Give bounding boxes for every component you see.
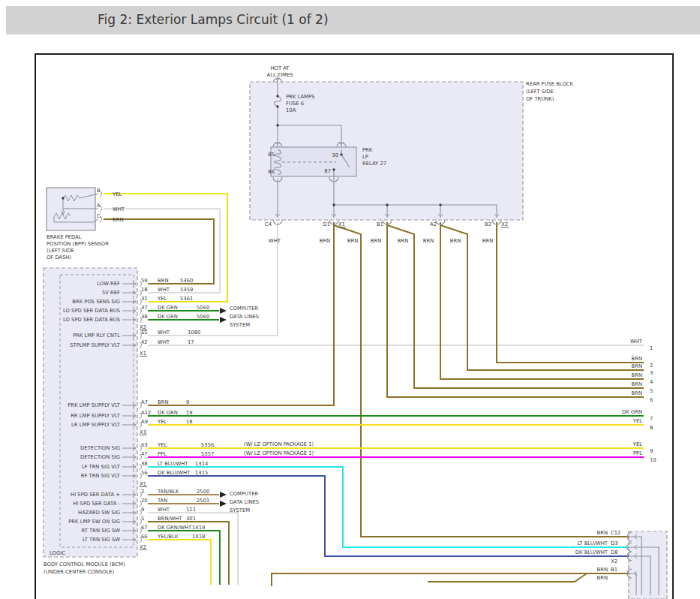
pin-label: LR LMP SUPPLY VLT <box>71 422 121 428</box>
rear-connector-box <box>629 531 667 599</box>
circuit-number: 1314 <box>195 461 208 467</box>
pin-label: LOW REF <box>97 281 120 287</box>
lz-option-note: (W/ LZ OPTION PACKAGE 1) <box>244 441 314 447</box>
wire-color-label: YEL <box>157 442 167 448</box>
wiring-diagram: HOT AT ALL TIMES REAR FUSE BLOCK (LEFT S… <box>0 0 700 599</box>
pin-number: 47 <box>141 451 148 457</box>
wire-color-label: BRN <box>597 530 608 536</box>
pin-number: 63 <box>141 442 148 448</box>
wire-number: 7 <box>650 416 653 422</box>
wire-color-label: WHT <box>630 339 643 345</box>
wire-number: 2 <box>650 363 653 369</box>
wire-number: 5 <box>650 388 653 394</box>
circuit-number: 1419 <box>192 525 205 531</box>
lz-option-note: (W/ LZ OPTION PACKAGE 1) <box>244 450 314 456</box>
circuit-number: 1080 <box>188 330 200 336</box>
pin-number: 31 <box>141 296 148 302</box>
wire-number: 4 <box>650 379 653 385</box>
pin-label: DETECTION SIG <box>80 454 120 460</box>
wire-color-label: DK GRN <box>622 409 642 415</box>
fuse-block-pin-d1: D1 <box>323 221 330 227</box>
pin-number: A12 <box>141 410 151 416</box>
pin-number: 38 <box>141 461 148 467</box>
rear-connector-x2: X2 <box>611 558 617 564</box>
wire-color-label: YEL <box>157 296 167 302</box>
wire-color-label: BRN <box>632 363 642 369</box>
bpp-name-2: POSITION (BPP) SENSOR <box>47 241 109 247</box>
wire-color-label: WHT <box>158 287 170 293</box>
wire-color-label: BRN <box>158 278 168 284</box>
pin-label: HAZARD SW SIG <box>78 510 120 516</box>
wire-color-label: PPL <box>633 450 642 456</box>
wire-color-label: TAN/BLK <box>157 489 179 495</box>
wire-color-label: PPL <box>158 451 167 457</box>
circuit-number: 5361 <box>180 296 193 302</box>
wire-color-label: BRN <box>632 390 642 396</box>
circuit-number: 5060 <box>197 305 209 311</box>
pin-label: RT TRN SIG SW <box>82 528 121 534</box>
pin-number: 2 <box>141 489 144 495</box>
rear-pin-d8: D8 <box>611 549 618 555</box>
bcm-logic-label: LOGIC <box>50 550 65 556</box>
pin-label: LO SPD SER DATA BUS <box>63 317 120 323</box>
fuse-block-name-1: REAR FUSE BLOCK <box>526 81 574 87</box>
pin-number: 66 <box>141 534 148 540</box>
pin-number: 5 <box>141 516 144 522</box>
wire-color-label: WHT <box>158 339 170 345</box>
wire-color-label: BRN <box>320 238 330 244</box>
relay-pin-85: 85 <box>268 152 275 158</box>
circuit-number: 9 <box>186 399 189 405</box>
circuit-number: 2501 <box>197 498 209 504</box>
pin-number: A9 <box>141 419 148 425</box>
wire-color-label: BRN <box>597 567 608 573</box>
fuse-block-name-2: (LEFT SIDE <box>526 89 554 95</box>
wire-color-label: DK BLU/WHT <box>575 549 608 555</box>
relay-pin-86: 86 <box>268 169 275 175</box>
wire-color-label: YEL <box>632 418 642 424</box>
rear-pin-c12: C12 <box>611 530 620 536</box>
relay-pin-30: 30 <box>332 152 338 158</box>
all-times-label: ALL TIMES <box>266 72 293 78</box>
hot-at-label: HOT AT <box>270 65 290 71</box>
pin-label: STPLMP SUPPLY VLT <box>70 342 121 348</box>
wire-color-label: WHT <box>113 206 125 212</box>
pin-number: 67 <box>141 525 148 531</box>
circuit-number: 1418 <box>192 534 205 540</box>
pin-label: PRK LMP SUPPLY VLT <box>68 402 121 408</box>
pin-label: LF TRN SIG VLT <box>82 464 121 470</box>
pin-label: BRK POS SENS SIG <box>72 299 120 305</box>
wire-color-label: LT BLU/WHT <box>577 540 608 546</box>
circuit-number: 111 <box>186 507 196 513</box>
wire-color-label: TAN <box>157 498 167 504</box>
circuit-number: 5357 <box>201 451 214 457</box>
pin-number: A7 <box>141 399 148 405</box>
circuit-number: 5356 <box>201 442 214 448</box>
fuse-block-pin-a2: A2 <box>430 221 437 227</box>
computer-data-note-1: SYSTEM <box>230 322 250 328</box>
computer-data-note-2: COMPUTER <box>230 491 258 497</box>
wire-color-label: BRN <box>398 238 408 244</box>
wire-color-label: BRN <box>450 238 461 244</box>
wire-color-label: WHT <box>158 507 170 513</box>
fuse-block-name-3: OF TRUNK) <box>526 96 554 102</box>
bpp-pin-c: C <box>97 213 101 219</box>
circuit-number: 5359 <box>180 287 193 293</box>
wire-color-label: YEL <box>112 191 122 197</box>
fuse-block-pin-b2: B2 <box>485 221 491 227</box>
fuse-block-connector-x1: X1 <box>338 221 345 227</box>
relay-name-3: RELAY 27 <box>362 161 386 167</box>
computer-data-note-2: SYSTEM <box>230 507 250 513</box>
wire-color-label: BRN <box>632 381 642 387</box>
pin-number: 18 <box>141 287 148 293</box>
bpp-name-1: BRAKE PEDAL <box>47 234 82 240</box>
bcm-name-2: (UNDER CENTER CONSOLE) <box>44 569 115 575</box>
wire-color-label: WHT <box>269 238 281 244</box>
bpp-pin-b: B <box>97 188 101 194</box>
circuit-number: 1315 <box>195 470 208 476</box>
wire-color-label: WHT <box>158 330 170 336</box>
bcm-connector-x1: X1 <box>140 351 146 357</box>
relay-name-2: LP <box>362 154 368 160</box>
relay-name-1: PRK <box>362 147 373 153</box>
bpp-pin-a: A <box>97 203 101 209</box>
computer-data-note-1: COMPUTER <box>230 306 258 312</box>
